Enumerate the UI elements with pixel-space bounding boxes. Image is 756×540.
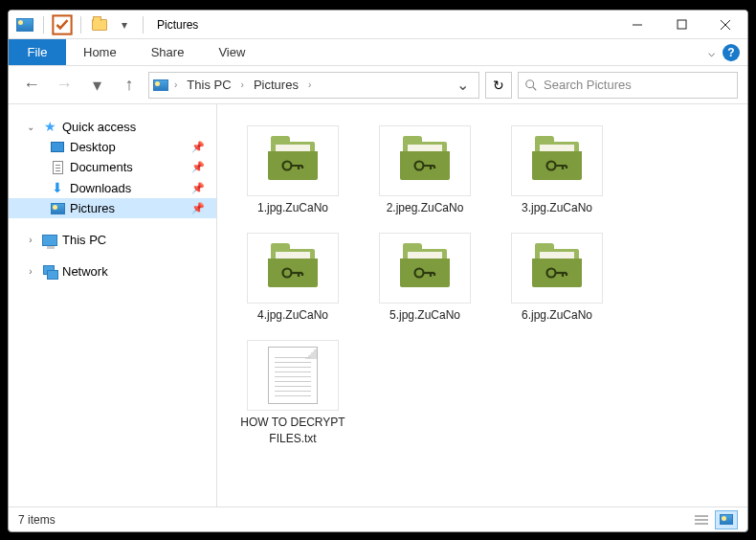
window-title: Pictures [157,18,198,32]
sidebar-item-documents[interactable]: Documents 📌 [9,157,216,177]
text-file-icon [247,340,339,411]
chevron-right-icon[interactable]: › [306,79,313,90]
file-grid: 1.jpg.ZuCaNo2.jpeg.ZuCaNo3.jpg.ZuCaNo4.j… [229,118,736,454]
details-view-button[interactable] [690,510,713,529]
desktop-icon [49,142,66,152]
chevron-right-icon[interactable]: › [239,79,246,90]
file-item[interactable]: 2.jpeg.ZuCaNo [361,118,489,223]
close-button[interactable] [703,11,747,39]
search-placeholder: Search Pictures [544,78,731,92]
pin-icon: 📌 [191,182,205,194]
refresh-button[interactable]: ↻ [485,72,512,99]
status-bar: 7 items [9,506,747,531]
sidebar-item-pictures[interactable]: Pictures 📌 [9,198,216,218]
tab-home[interactable]: Home [66,39,134,65]
thumbnails-view-button[interactable] [715,510,738,529]
tab-file[interactable]: File [9,39,66,65]
svg-point-11 [415,162,424,170]
sidebar-this-pc[interactable]: › This PC [9,230,216,250]
help-button[interactable]: ? [723,44,740,61]
titlebar: ▾ Pictures [9,11,747,39]
file-name: 4.jpg.ZuCaNo [257,307,328,323]
file-item[interactable]: HOW TO DECRYPT FILES.txt [229,332,357,453]
svg-point-27 [547,269,556,278]
svg-point-23 [415,269,424,278]
app-icon [14,14,35,35]
encrypted-folder-icon [511,233,603,304]
encrypted-folder-icon [511,125,603,196]
history-dropdown[interactable]: ▾ [83,72,110,99]
svg-rect-2 [678,20,686,29]
search-icon [524,79,538,92]
expand-icon[interactable]: › [24,266,37,277]
qat-customize-icon[interactable]: ▾ [114,14,135,35]
forward-button[interactable]: → [51,72,78,99]
svg-point-19 [283,269,292,278]
computer-icon [41,235,58,246]
file-name: 5.jpg.ZuCaNo [389,307,460,323]
tab-share[interactable]: Share [134,39,202,65]
svg-point-15 [547,162,556,170]
ribbon-tabs: File Home Share View ⌵ ? [9,39,747,66]
file-item[interactable]: 5.jpg.ZuCaNo [361,225,489,330]
maximize-button[interactable] [659,11,703,39]
file-name: 3.jpg.ZuCaNo [522,200,592,215]
encrypted-folder-icon [247,125,339,196]
sidebar-item-downloads[interactable]: ⬇ Downloads 📌 [9,177,216,198]
up-button[interactable]: ↑ [116,72,143,99]
search-input[interactable]: Search Pictures [518,72,738,99]
encrypted-folder-icon [379,233,471,304]
ribbon-expand-icon[interactable]: ⌵ [708,46,715,59]
minimize-button[interactable] [615,11,659,39]
file-name: 6.jpg.ZuCaNo [522,307,592,323]
file-item[interactable]: 1.jpg.ZuCaNo [229,118,357,223]
qat-folder-icon[interactable] [89,14,110,35]
explorer-window: ▾ Pictures File Home Share View ⌵ ? ← → … [8,10,748,532]
pin-icon: 📌 [191,202,205,214]
file-item[interactable]: 6.jpg.ZuCaNo [493,225,621,330]
sidebar-network[interactable]: › Network [9,261,216,281]
content-area[interactable]: 1.jpg.ZuCaNo2.jpeg.ZuCaNo3.jpg.ZuCaNo4.j… [217,104,747,506]
sidebar-quick-access[interactable]: ⌄ ★ Quick access [9,116,216,137]
network-icon [41,265,58,279]
pictures-icon [49,203,66,214]
file-name: 2.jpeg.ZuCaNo [387,200,464,215]
svg-point-5 [526,79,534,87]
navigation-pane: ⌄ ★ Quick access Desktop 📌 Documents 📌 ⬇… [9,104,217,506]
tab-view[interactable]: View [201,39,262,65]
star-icon: ★ [41,119,58,134]
address-dropdown-icon[interactable]: ⌄ [451,76,475,94]
pin-icon: 📌 [191,161,205,173]
encrypted-folder-icon [379,125,471,196]
download-icon: ⬇ [49,180,66,195]
address-bar[interactable]: › This PC › Pictures › ⌄ [148,72,479,99]
encrypted-folder-icon [247,233,339,304]
file-item[interactable]: 4.jpg.ZuCaNo [229,225,357,330]
pin-icon: 📌 [191,141,205,153]
document-icon [49,161,66,174]
breadcrumb-item[interactable]: Pictures [250,78,302,92]
expand-icon[interactable]: › [24,235,37,245]
navigation-row: ← → ▾ ↑ › This PC › Pictures › ⌄ ↻ Searc… [9,66,747,104]
qat-properties-icon[interactable] [52,14,73,35]
sidebar-item-desktop[interactable]: Desktop 📌 [9,137,216,157]
item-count: 7 items [18,513,56,527]
svg-point-7 [283,162,292,170]
location-icon [153,79,168,91]
collapse-icon[interactable]: ⌄ [24,122,37,132]
file-name: 1.jpg.ZuCaNo [257,200,328,215]
file-name: HOW TO DECRYPT FILES.txt [233,415,352,445]
svg-line-6 [533,86,537,90]
file-item[interactable]: 3.jpg.ZuCaNo [493,118,621,223]
back-button[interactable]: ← [18,72,45,99]
chevron-right-icon[interactable]: › [172,79,179,90]
breadcrumb-item[interactable]: This PC [183,78,234,92]
